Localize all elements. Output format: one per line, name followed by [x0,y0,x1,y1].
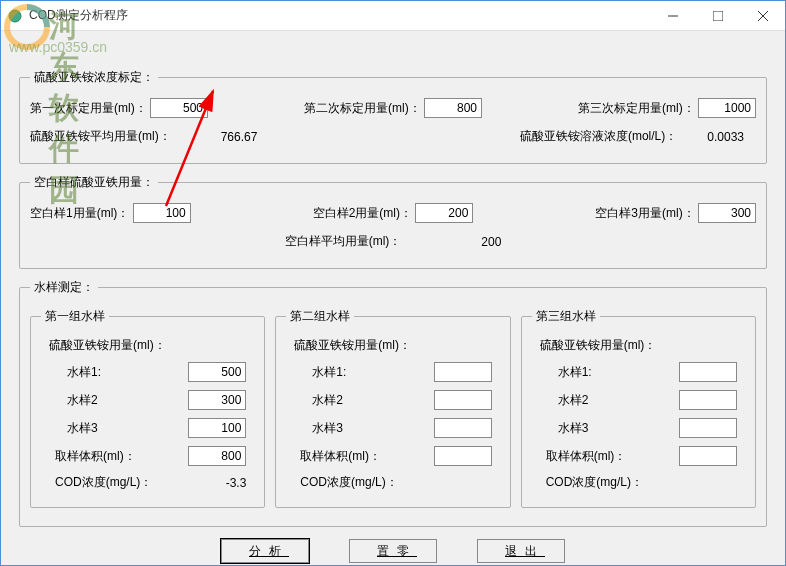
sg2-s3-input[interactable] [434,418,492,438]
sg2-cod-label: COD浓度(mg/L)： [294,474,394,491]
titlebar: COD测定分析程序 [1,1,785,31]
cal-conc-label: 硫酸亚铁铵溶液浓度(mol/L)： [520,128,677,145]
client-area: 硫酸亚铁铵浓度标定： 第一次标定用量(ml)： 第二次标定用量(ml)： 第三次… [1,31,785,565]
cal-avg-label: 硫酸亚铁铵平均用量(ml)： [30,128,171,145]
sample-legend: 水样测定： [30,279,98,296]
blank2-label: 空白样2用量(ml)： [313,205,412,222]
cal3-input[interactable] [698,98,756,118]
sg2-s1-label: 水样1: [294,364,394,381]
sg2-header: 硫酸亚铁铵用量(ml)： [294,337,394,354]
sample-group-1: 第一组水样 硫酸亚铁铵用量(ml)： 水样1: 水样2 水样3 取样体积(ml)… [30,308,265,508]
cal2-field: 第二次标定用量(ml)： [304,98,482,118]
blank3-label: 空白样3用量(ml)： [595,205,694,222]
calibration-legend: 硫酸亚铁铵浓度标定： [30,69,158,86]
blank-legend: 空白样硫酸亚铁用量： [30,174,158,191]
sg1-cod-value: -3.3 [188,476,246,490]
sg1-s1-label: 水样1: [49,364,149,381]
cal-avg-value: 766.67 [221,130,258,144]
cal3-field: 第三次标定用量(ml)： [578,98,756,118]
analyze-button[interactable]: 分析 [221,539,309,563]
cal1-label: 第一次标定用量(ml)： [30,100,147,117]
blank3-field: 空白样3用量(ml)： [595,203,756,223]
blank1-field: 空白样1用量(ml)： [30,203,191,223]
maximize-button[interactable] [695,2,740,30]
sg1-legend: 第一组水样 [41,308,109,325]
zero-button[interactable]: 置零 [349,539,437,563]
sg1-s3-input[interactable] [188,418,246,438]
sg3-s2-input[interactable] [679,390,737,410]
sg2-s2-input[interactable] [434,390,492,410]
cal-conc-value: 0.0033 [707,130,744,144]
sg3-header: 硫酸亚铁铵用量(ml)： [540,337,640,354]
sg1-s1-input[interactable] [188,362,246,382]
blank3-input[interactable] [698,203,756,223]
blank1-input[interactable] [133,203,191,223]
window-title: COD测定分析程序 [29,7,650,24]
sg2-s2-label: 水样2 [294,392,394,409]
blank2-field: 空白样2用量(ml)： [313,203,474,223]
calibration-group: 硫酸亚铁铵浓度标定： 第一次标定用量(ml)： 第二次标定用量(ml)： 第三次… [19,69,767,164]
exit-button[interactable]: 退出 [477,539,565,563]
sg2-vol-label: 取样体积(ml)： [294,448,394,465]
cal1-input[interactable] [150,98,208,118]
sg2-s1-input[interactable] [434,362,492,382]
blank-avg-label: 空白样平均用量(ml)： [285,233,402,250]
svg-point-0 [9,10,21,22]
sg3-s2-label: 水样2 [540,392,640,409]
cal2-input[interactable] [424,98,482,118]
sg3-legend: 第三组水样 [532,308,600,325]
app-icon [7,8,23,24]
cal3-label: 第三次标定用量(ml)： [578,100,695,117]
sg1-vol-label: 取样体积(ml)： [49,448,149,465]
sg3-s3-input[interactable] [679,418,737,438]
sg1-vol-input[interactable] [188,446,246,466]
sg1-s2-input[interactable] [188,390,246,410]
sg2-vol-input[interactable] [434,446,492,466]
blank-group: 空白样硫酸亚铁用量： 空白样1用量(ml)： 空白样2用量(ml)： 空白样3用… [19,174,767,269]
sg3-vol-input[interactable] [679,446,737,466]
sg3-s1-label: 水样1: [540,364,640,381]
sg1-header: 硫酸亚铁铵用量(ml)： [49,337,149,354]
close-button[interactable] [740,2,785,30]
sg3-s1-input[interactable] [679,362,737,382]
sg1-s2-label: 水样2 [49,392,149,409]
sg3-vol-label: 取样体积(ml)： [540,448,640,465]
window: COD测定分析程序 河东软件园 www.pc0359.cn 硫酸亚铁铵浓度标定：… [0,0,786,566]
sample-group: 水样测定： 第一组水样 硫酸亚铁铵用量(ml)： 水样1: 水样2 水样3 取样… [19,279,767,527]
window-controls [650,2,785,30]
sg1-cod-label: COD浓度(mg/L)： [49,474,149,491]
sg3-s3-label: 水样3 [540,420,640,437]
sample-group-2: 第二组水样 硫酸亚铁铵用量(ml)： 水样1: 水样2 水样3 取样体积(ml)… [275,308,510,508]
svg-rect-2 [713,11,723,21]
sg3-cod-label: COD浓度(mg/L)： [540,474,640,491]
sg1-s3-label: 水样3 [49,420,149,437]
blank-avg-value: 200 [441,235,501,249]
sg2-legend: 第二组水样 [286,308,354,325]
button-row: 分析 置零 退出 [19,539,767,563]
cal1-field: 第一次标定用量(ml)： [30,98,208,118]
cal2-label: 第二次标定用量(ml)： [304,100,421,117]
sample-group-3: 第三组水样 硫酸亚铁铵用量(ml)： 水样1: 水样2 水样3 取样体积(ml)… [521,308,756,508]
minimize-button[interactable] [650,2,695,30]
blank2-input[interactable] [415,203,473,223]
sg2-s3-label: 水样3 [294,420,394,437]
blank1-label: 空白样1用量(ml)： [30,205,129,222]
